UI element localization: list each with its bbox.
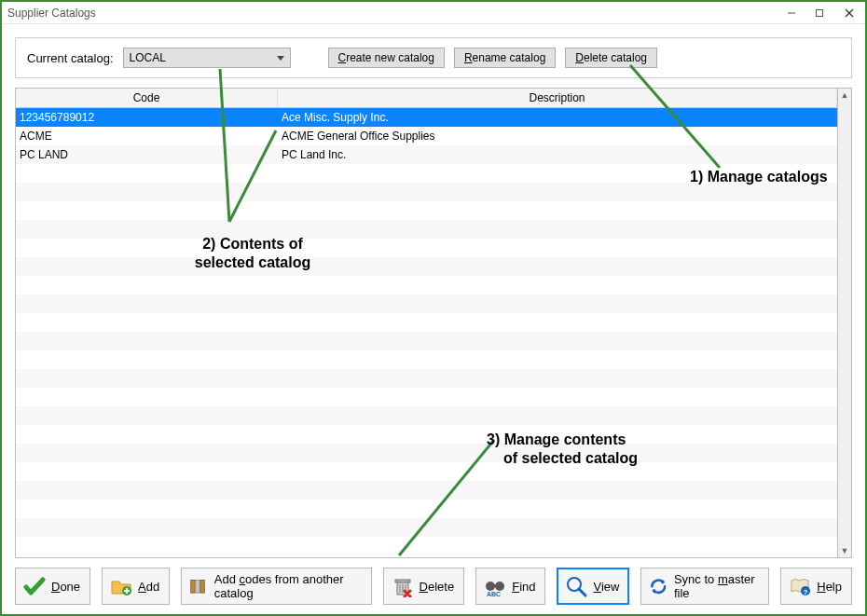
table-row[interactable] [16, 183, 837, 201]
supplier-catalogs-window: Supplier Catalogs Current catalog: LOCAL [0, 0, 867, 616]
find-button[interactable]: ABC Find [475, 568, 545, 605]
table-row[interactable] [16, 518, 837, 537]
table-row[interactable] [16, 406, 837, 425]
rename-catalog-button[interactable]: Rename catalog [454, 48, 556, 68]
table-row[interactable] [16, 425, 837, 444]
cell-code: PC LAND [16, 148, 278, 161]
table-row[interactable] [16, 388, 837, 406]
scroll-down-icon[interactable]: ▼ [841, 546, 849, 555]
binoculars-icon: ABC [484, 575, 506, 597]
table-row[interactable] [16, 220, 837, 239]
titlebar: Supplier Catalogs [2, 2, 865, 24]
cell-description: Ace Misc. Supply Inc. [278, 111, 837, 124]
table-row[interactable]: PC LANDPC Land Inc. [16, 145, 837, 164]
chevron-down-icon [277, 56, 284, 61]
table-row[interactable]: ACMEACME General Office Supplies [16, 127, 837, 145]
svg-rect-7 [200, 580, 204, 593]
table-row[interactable] [16, 481, 837, 500]
table-row[interactable] [16, 239, 837, 257]
delete-button[interactable]: Delete [383, 568, 465, 605]
delete-catalog-button[interactable]: Delete catalog [565, 48, 657, 68]
table-row[interactable] [16, 350, 837, 369]
catalog-toolbar: Current catalog: LOCAL Create new catalo… [15, 37, 852, 78]
add-codes-button[interactable]: Add codes from another catalog [181, 568, 371, 605]
done-button[interactable]: Done [15, 568, 90, 605]
table-row[interactable] [16, 257, 837, 276]
bottom-toolbar: Done Add [15, 568, 852, 605]
client-area: Current catalog: LOCAL Create new catalo… [2, 24, 865, 614]
window-title: Supplier Catalogs [7, 7, 778, 20]
svg-rect-9 [395, 580, 410, 582]
table-row[interactable] [16, 313, 837, 332]
sync-button[interactable]: Sync to master file [640, 568, 769, 605]
sync-icon [649, 575, 667, 597]
window-controls [778, 2, 865, 23]
svg-text:ABC: ABC [487, 591, 501, 597]
minimize-button[interactable] [778, 2, 805, 23]
svg-rect-6 [196, 580, 200, 593]
cell-code: ACME [16, 130, 278, 143]
svg-line-18 [579, 589, 585, 595]
trash-icon [392, 575, 414, 597]
view-button[interactable]: View [557, 568, 629, 605]
cell-description: PC Land Inc. [278, 148, 837, 161]
cell-code: 123456789012 [16, 111, 278, 124]
table-row[interactable] [16, 444, 837, 462]
table-row[interactable] [16, 369, 837, 388]
catalog-grid[interactable]: Code Description 123456789012Ace Misc. S… [15, 88, 838, 558]
scroll-up-icon[interactable]: ▲ [841, 90, 849, 100]
table-row[interactable] [16, 276, 837, 294]
add-button[interactable]: Add [102, 568, 170, 605]
table-row[interactable] [16, 332, 837, 350]
column-header-description[interactable]: Description [278, 89, 837, 107]
grid-wrap: Code Description 123456789012Ace Misc. S… [15, 88, 852, 558]
folder-add-icon [110, 575, 132, 597]
binders-icon [189, 575, 209, 597]
current-catalog-dropdown[interactable]: LOCAL [123, 48, 291, 68]
table-row[interactable] [16, 201, 837, 220]
column-header-code[interactable]: Code [16, 89, 278, 107]
maximize-button[interactable] [805, 2, 833, 23]
grid-body: 123456789012Ace Misc. Supply Inc.ACMEACM… [16, 108, 837, 557]
table-row[interactable] [16, 294, 837, 313]
current-catalog-value: LOCAL [130, 51, 277, 64]
close-button[interactable] [833, 2, 865, 23]
svg-rect-5 [191, 580, 195, 593]
create-catalog-button[interactable]: Create new catalog [328, 48, 445, 68]
cell-description: ACME General Office Supplies [278, 130, 837, 143]
grid-header: Code Description [16, 89, 837, 108]
vertical-scrollbar[interactable]: ▲ ▼ [838, 88, 852, 558]
magnifier-icon [565, 575, 587, 597]
current-catalog-label: Current catalog: [27, 51, 114, 65]
help-button[interactable]: ? Help [780, 568, 852, 605]
svg-text:?: ? [804, 588, 808, 596]
help-book-icon: ? [789, 575, 811, 597]
table-row[interactable]: 123456789012Ace Misc. Supply Inc. [16, 108, 837, 127]
check-icon [23, 575, 46, 597]
table-row[interactable] [16, 164, 837, 183]
table-row[interactable] [16, 500, 837, 518]
table-row[interactable] [16, 462, 837, 481]
svg-rect-15 [492, 584, 498, 587]
svg-rect-1 [817, 9, 823, 16]
